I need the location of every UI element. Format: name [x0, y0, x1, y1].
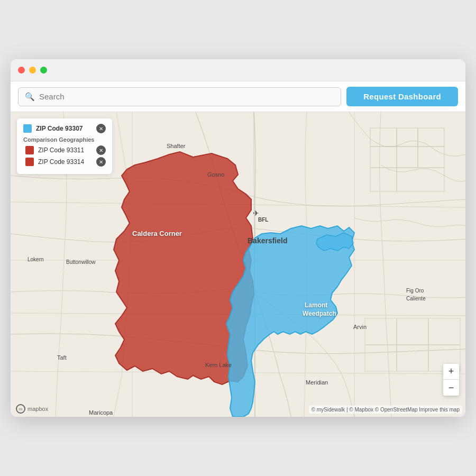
mapbox-logo-label: mapbox [28, 406, 48, 412]
mapbox-logo-circle: m [16, 404, 25, 414]
map-container: Shafter Bakersfield Caldera Corner Lamon… [11, 112, 465, 417]
mapbox-logo: m mapbox [16, 404, 48, 414]
toolbar: 🔍 Request Dashboard [11, 81, 465, 112]
legend-comparison-close-1[interactable]: ✕ [96, 145, 106, 155]
airport-icon: ✈ [253, 209, 259, 217]
legend-comparison-row-1: ZIP Code 93311 ✕ [23, 145, 106, 155]
legend-primary-label: ZIP Code 93307 [36, 125, 92, 132]
search-input[interactable] [39, 92, 334, 101]
titlebar [11, 59, 465, 81]
minimize-dot[interactable] [29, 67, 36, 74]
map-zoom-controls: + − [443, 364, 459, 396]
map-attribution: © mySidewalk | © Mapbox © OpenStreetMap … [309, 406, 462, 414]
app-window: 🔍 Request Dashboard [11, 59, 465, 417]
legend-primary-close[interactable]: ✕ [96, 124, 106, 133]
zoom-out-button[interactable]: − [443, 380, 459, 396]
request-dashboard-button[interactable]: Request Dashboard [346, 87, 458, 106]
search-box[interactable]: 🔍 [18, 87, 341, 106]
close-dot[interactable] [18, 67, 25, 74]
legend-swatch-comparison-2 [25, 158, 34, 166]
legend-comparison-label-2: ZIP Code 93314 [38, 158, 92, 166]
legend-swatch-comparison-1 [25, 146, 34, 154]
search-icon: 🔍 [25, 92, 35, 102]
legend-comparison-label-1: ZIP Code 93311 [38, 147, 92, 154]
zoom-in-button[interactable]: + [443, 364, 459, 380]
legend-swatch-primary [23, 124, 32, 133]
legend-primary-row: ZIP Code 93307 ✕ [23, 124, 106, 133]
legend-comparison-close-2[interactable]: ✕ [96, 157, 106, 167]
maximize-dot[interactable] [40, 67, 47, 74]
legend-comparison-row-2: ZIP Code 93314 ✕ [23, 157, 106, 167]
map-legend: ZIP Code 93307 ✕ Comparison Geographies … [17, 118, 112, 174]
legend-comparison-label: Comparison Geographies [23, 136, 106, 143]
